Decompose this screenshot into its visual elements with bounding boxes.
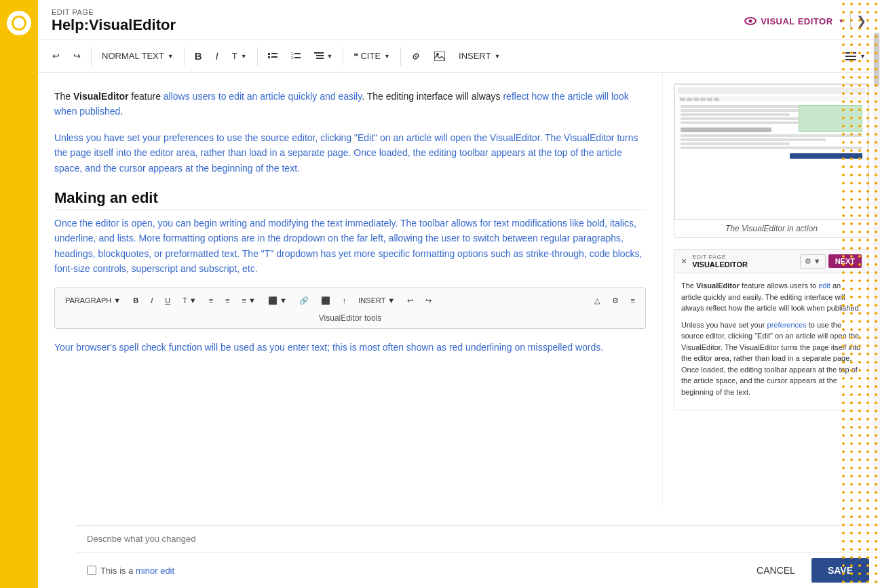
svg-rect-8 — [314, 52, 324, 54]
preview-gear-arrow: ▼ — [814, 257, 821, 265]
link-icon — [411, 52, 421, 61]
menu-arrow: ▼ — [860, 53, 866, 60]
mini-align-center[interactable]: ≡ — [221, 294, 234, 307]
cite-arrow: ▼ — [384, 53, 390, 60]
preview-panel-header: × EDIT PAGE VISUALEDITOR ⚙ ▼ NEXT — [674, 250, 868, 273]
scroll-thumb[interactable] — [874, 33, 879, 87]
fake-line-8 — [681, 142, 790, 145]
insert-dropdown[interactable]: INSERT ▼ — [453, 47, 506, 65]
para3-text: Once the editor is open, you can begin w… — [54, 218, 642, 274]
fake-toolbar-bar — [678, 96, 865, 102]
visual-editor-button[interactable]: VISUAL EDITOR ▼ — [744, 16, 845, 26]
preview-edit-link[interactable]: edit — [818, 281, 830, 290]
redo-button[interactable]: ↪ — [67, 47, 87, 65]
header-right: VISUAL EDITOR ▼ ❯ — [744, 13, 866, 29]
mini-italic-button[interactable]: I — [146, 294, 157, 307]
fake-line-7 — [681, 138, 826, 141]
editor-toolbar: ↩ ↪ NORMAL TEXT ▼ B I T ▼ 1. 2. — [38, 40, 880, 73]
insert-label: INSERT — [459, 51, 491, 61]
preview-header-actions: ⚙ ▼ NEXT — [800, 254, 862, 269]
describe-input-container — [76, 526, 880, 553]
minor-edit-label[interactable]: This is a minor edit — [87, 566, 174, 576]
svg-rect-1 — [271, 53, 278, 54]
mini-insert-dropdown[interactable]: INSERT ▼ — [353, 294, 400, 307]
preview-title: VISUALEDITOR — [692, 260, 800, 269]
article-paragraph-4: Your browser's spell check function will… — [54, 340, 646, 355]
preview-preferences-link[interactable]: preferences — [767, 321, 807, 329]
header-divider — [850, 13, 851, 29]
mini-text-dropdown[interactable]: T ▼ — [178, 294, 201, 307]
mini-warning[interactable]: △ — [590, 294, 605, 308]
toolbar-divider-5 — [400, 47, 401, 66]
describe-input[interactable] — [87, 531, 869, 547]
bold-button[interactable]: B — [189, 46, 208, 66]
toolbar-divider-2 — [184, 47, 185, 66]
indent-arrow: ▼ — [327, 53, 333, 60]
fake-image-block — [799, 105, 862, 132]
svg-rect-15 — [845, 59, 856, 60]
mini-media-dropdown[interactable]: ⬛ ▼ — [263, 294, 292, 308]
mini-undo[interactable]: ↩ — [402, 294, 418, 308]
preview-next-button[interactable]: NEXT — [828, 254, 862, 268]
undo-button[interactable]: ↩ — [46, 47, 66, 65]
image-panel: The VisualEditor in action — [674, 83, 869, 238]
article-content[interactable]: The VisualEditor feature allows users to… — [38, 73, 663, 507]
svg-rect-13 — [845, 52, 856, 54]
save-button[interactable]: SAVE — [811, 558, 869, 583]
mini-link[interactable]: 🔗 — [294, 294, 313, 308]
mini-redo[interactable]: ↪ — [421, 294, 436, 308]
bullet-list-icon — [268, 52, 278, 61]
indent-dropdown[interactable]: ▼ — [308, 47, 339, 65]
italic-button[interactable]: I — [210, 46, 225, 66]
fake-line-3 — [681, 113, 790, 116]
fake-header-bar — [678, 87, 865, 94]
fake-content-area — [678, 104, 865, 152]
article-paragraph-1: The VisualEditor feature allows users to… — [54, 89, 646, 119]
mini-bold-button[interactable]: B — [128, 294, 143, 307]
page-title: Help:VisualEditor — [52, 16, 176, 34]
fake-line-6 — [681, 134, 862, 137]
image-caption: The VisualEditor in action — [674, 220, 868, 237]
mini-table[interactable]: ⬛ — [316, 294, 335, 308]
chevron-down-button[interactable]: ❯ — [856, 14, 866, 28]
mini-paragraph-dropdown[interactable]: PARAGRAPH ▼ — [60, 294, 126, 307]
minor-edit-checkbox[interactable] — [87, 566, 96, 575]
svg-rect-14 — [845, 56, 856, 57]
svg-point-12 — [436, 53, 439, 56]
close-icon: × — [681, 256, 687, 267]
cite-label: CITE — [360, 51, 381, 61]
mini-gear[interactable]: ⚙ — [607, 294, 624, 308]
preview-close-button[interactable]: × — [681, 256, 687, 267]
toolbar-menu-button[interactable]: ▼ — [839, 47, 872, 65]
cancel-button[interactable]: CANCEL — [746, 560, 806, 581]
mini-underline-button[interactable]: U — [160, 294, 175, 307]
preferences-link[interactable]: preferences — [164, 132, 214, 143]
article-paragraph-3: Once the editor is open, you can begin w… — [54, 216, 646, 277]
svg-rect-5 — [294, 53, 301, 54]
mini-special[interactable]: ↑ — [338, 294, 351, 307]
numbered-list-button[interactable]: 1. 2. — [285, 47, 307, 65]
preview-paragraph-2: Unless you have set your preferences to … — [681, 319, 862, 398]
text-size-dropdown[interactable]: T ▼ — [226, 47, 253, 65]
preview-bold-1: VisualEditor — [696, 281, 740, 290]
bottom-bar: This is a minor edit CANCEL SAVE — [76, 525, 880, 588]
scroll-track — [873, 33, 880, 494]
left-sidebar — [0, 0, 38, 588]
preview-gear-button[interactable]: ⚙ ▼ — [800, 254, 826, 269]
svg-rect-3 — [271, 56, 278, 58]
bullet-list-button[interactable] — [262, 47, 284, 65]
article-link-1[interactable]: allows users to edit an article quickly … — [164, 91, 362, 102]
minor-edit-text: This is a minor edit — [100, 566, 174, 576]
mini-align-left[interactable]: ≡ — [204, 294, 218, 307]
fake-screenshot — [674, 84, 868, 220]
minor-edit-link[interactable]: minor edit — [136, 566, 174, 576]
link-button[interactable] — [405, 47, 427, 65]
text-size-arrow: ▼ — [241, 53, 247, 60]
svg-rect-2 — [268, 56, 270, 58]
paragraph-style-dropdown[interactable]: NORMAL TEXT ▼ — [96, 47, 180, 65]
media-button[interactable] — [428, 47, 451, 65]
mini-menu[interactable]: ≡ — [626, 294, 640, 307]
mini-indent-dropdown[interactable]: ≡ ▼ — [237, 294, 260, 307]
cite-dropdown[interactable]: ❝ CITE ▼ — [347, 47, 396, 65]
svg-rect-0 — [268, 53, 270, 55]
